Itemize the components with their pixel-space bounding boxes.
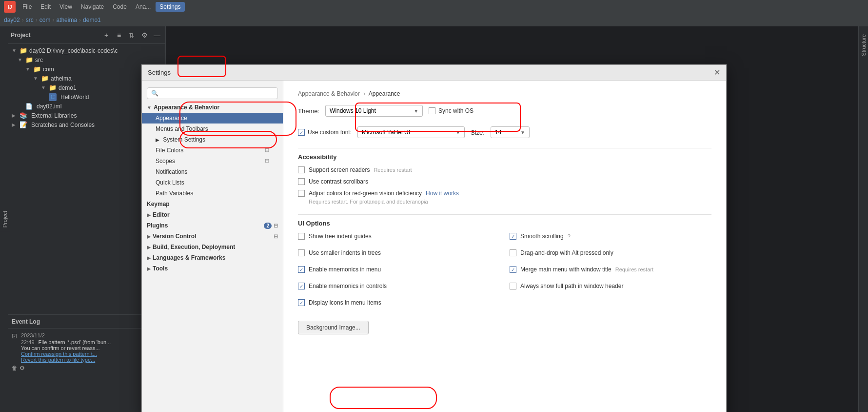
nav-item-plugins[interactable]: Plugins 2 ⊟ xyxy=(142,220,283,231)
settings-search-input[interactable] xyxy=(147,87,278,99)
theme-row: Theme: Windows 10 Light ▼ Sync with OS xyxy=(298,105,711,117)
settings-titlebar: Settings ✕ xyxy=(142,65,726,81)
nav-item-keymap[interactable]: Keymap xyxy=(142,199,283,209)
nav-item-system-settings[interactable]: ▶ System Settings xyxy=(142,134,283,145)
plugins-icon: ⊟ xyxy=(274,223,278,229)
custom-font-checkbox-box[interactable]: ✓ xyxy=(298,129,305,136)
add-icon[interactable]: + xyxy=(101,30,112,41)
smooth-scrolling-row: ✓ Smooth scrolling ? xyxy=(510,233,711,240)
theme-value: Windows 10 Light xyxy=(330,107,376,114)
list-icon[interactable]: ≡ xyxy=(114,30,124,41)
merge-menu-note: Requires restart xyxy=(615,267,653,272)
breadcrumb-src[interactable]: src xyxy=(26,17,34,23)
nav-item-menus-toolbars[interactable]: Menus and Toolbars xyxy=(142,124,283,134)
chevron-down-icon: ▼ xyxy=(455,130,460,135)
panel-toolbar: Project + ≡ ⇅ ⚙ — xyxy=(8,26,165,44)
screen-readers-label: Support screen readers xyxy=(309,166,370,173)
nav-group-appearance-header[interactable]: ▼ Appearance & Behavior xyxy=(142,102,283,113)
breadcrumb-atheima[interactable]: atheima xyxy=(56,17,77,23)
contrast-scrollbars-checkbox[interactable] xyxy=(298,178,305,185)
mnemonics-menu-checkbox[interactable]: ✓ xyxy=(298,266,305,273)
smaller-indents-checkbox[interactable] xyxy=(298,249,305,256)
folder-icon: 📁 xyxy=(20,47,27,54)
nav-item-quick-lists[interactable]: Quick Lists xyxy=(142,177,283,188)
nav-group-tools[interactable]: ▶ Tools xyxy=(142,263,283,274)
theme-select[interactable]: Windows 10 Light ▼ xyxy=(325,105,423,117)
gear-icon[interactable]: ⚙ xyxy=(139,30,150,41)
nav-group-appearance: ▼ Appearance & Behavior Appearance Menus… xyxy=(142,102,283,199)
background-image-button[interactable]: Background Image... xyxy=(298,321,369,334)
chevron-right-icon: ▶ xyxy=(156,137,159,143)
panel-title: Project xyxy=(11,32,99,39)
menu-analyze[interactable]: Ana... xyxy=(132,2,155,12)
file-colors-icon: ⊟ xyxy=(265,147,269,153)
full-path-row: Always show full path in window header xyxy=(510,283,711,289)
menu-edit[interactable]: Edit xyxy=(37,2,55,12)
accessibility-section: Accessibility Support screen readers Req… xyxy=(298,153,711,205)
nav-item-file-colors[interactable]: File Colors ⊟ xyxy=(142,145,283,156)
nav-group-build[interactable]: ▶ Build, Execution, Deployment xyxy=(142,242,283,252)
red-green-checkbox[interactable] xyxy=(298,190,305,197)
screen-readers-checkbox[interactable] xyxy=(298,166,305,173)
mnemonics-controls-checkbox[interactable]: ✓ xyxy=(298,283,305,289)
menu-view[interactable]: View xyxy=(56,2,76,12)
chevron-right-icon: ▶ xyxy=(147,266,151,271)
font-select[interactable]: Microsoft YaHei UI ▼ xyxy=(357,126,465,138)
merge-menu-row: ✓ Merge main menu with window title Requ… xyxy=(510,266,711,273)
nav-item-path-variables[interactable]: Path Variables xyxy=(142,188,283,199)
size-select[interactable]: 14 ▼ xyxy=(491,126,530,138)
custom-font-checkbox[interactable]: ✓ Use custom font: xyxy=(298,129,352,136)
tree-item-day02[interactable]: ▼ 📁 day02 D:\lvvy_code\basic-codes\c xyxy=(8,46,165,55)
settings-search xyxy=(142,84,283,102)
settings-body: ▼ Appearance & Behavior Appearance Menus… xyxy=(142,81,726,412)
drag-drop-checkbox[interactable] xyxy=(510,249,516,256)
requires-restart-note: Requires restart xyxy=(374,167,412,173)
how-it-works-link[interactable]: How it works xyxy=(426,190,459,197)
drag-drop-label: Drag-and-drop with Alt pressed only xyxy=(520,249,613,256)
full-path-checkbox[interactable] xyxy=(510,283,516,289)
menu-settings[interactable]: Settings xyxy=(156,2,184,12)
sort-icon[interactable]: ⇅ xyxy=(126,30,137,41)
smooth-scrolling-checkbox[interactable]: ✓ xyxy=(510,233,516,240)
nav-group-languages[interactable]: ▶ Languages & Frameworks xyxy=(142,252,283,263)
vc-icon: ⊟ xyxy=(274,233,278,240)
nav-group-label: Appearance & Behavior xyxy=(154,104,219,111)
nav-item-scopes[interactable]: Scopes ⊟ xyxy=(142,156,283,166)
display-icons-row: ✓ Display icons in menu items xyxy=(298,299,500,306)
close-icon[interactable]: ✕ xyxy=(714,68,720,77)
nav-group-version-control[interactable]: ▶ Version Control ⊟ xyxy=(142,231,283,242)
settings-dialog-title: Settings xyxy=(148,69,171,76)
size-label: Size: xyxy=(471,129,485,136)
breadcrumb-day02[interactable]: day02 xyxy=(4,17,20,23)
sync-os-checkbox-box[interactable] xyxy=(429,107,435,114)
nav-item-notifications[interactable]: Notifications xyxy=(142,166,283,177)
scopes-icon: ⊟ xyxy=(265,158,269,164)
breadcrumb-demo1[interactable]: demo1 xyxy=(83,17,101,23)
help-icon[interactable]: ? xyxy=(568,233,571,239)
custom-font-label: Use custom font: xyxy=(308,129,352,136)
breadcrumb-com[interactable]: com xyxy=(39,17,51,23)
chevron-right-icon: ▶ xyxy=(147,255,151,261)
nav-group-editor[interactable]: ▶ Editor xyxy=(142,209,283,220)
menu-code[interactable]: Code xyxy=(109,2,131,12)
settings-overlay: Settings ✕ ▼ Appearance xyxy=(0,55,868,412)
chevron-down-icon: ▼ xyxy=(147,105,152,110)
menu-file[interactable]: File xyxy=(19,2,36,12)
mnemonics-controls-label: Enable mnemonics in controls xyxy=(309,283,387,289)
breadcrumb-sep: › xyxy=(363,90,365,97)
ui-options-title: UI Options xyxy=(298,220,711,227)
nav-item-appearance[interactable]: Appearance xyxy=(142,113,283,124)
red-green-subnote: Requires restart. For protanopia and deu… xyxy=(298,199,711,205)
display-icons-checkbox[interactable]: ✓ xyxy=(298,299,305,306)
settings-content: Appearance & Behavior › Appearance Theme… xyxy=(283,81,726,412)
tree-indent-guides-checkbox[interactable] xyxy=(298,233,305,240)
minimize-icon[interactable]: — xyxy=(152,30,162,41)
breadcrumb-appearance: Appearance xyxy=(369,90,400,97)
menu-navigate[interactable]: Navigate xyxy=(77,2,108,12)
breadcrumb-appearance-behavior: Appearance & Behavior xyxy=(298,90,360,97)
contrast-scrollbars-label: Use contrast scrollbars xyxy=(309,178,368,185)
display-icons-label: Display icons in menu items xyxy=(309,299,381,306)
merge-menu-checkbox[interactable]: ✓ xyxy=(510,266,516,273)
sync-with-os-checkbox[interactable]: Sync with OS xyxy=(429,107,473,114)
drag-drop-row: Drag-and-drop with Alt pressed only xyxy=(510,249,711,256)
